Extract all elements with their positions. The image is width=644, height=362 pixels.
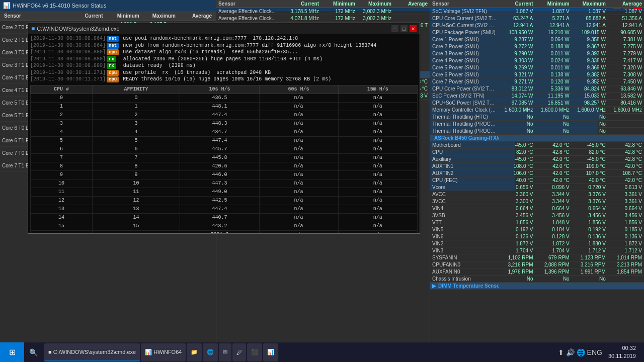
- table-row: 1010447.3n/an/a: [31, 179, 418, 188]
- right-sensor-table: SoC Voltage (SVI2 TFN) 1.087 V 1.087 V 1…: [430, 11, 644, 362]
- taskbar-item[interactable]: 🌐: [203, 343, 218, 361]
- hwinfo-title-icon: 📊: [3, 2, 11, 9]
- right-sensor-row: ▶ DIMM Temperature Sensor: [430, 283, 644, 290]
- mid-avg-clock-row: Average Effective Clock... 3,178.5 MHz 1…: [216, 11, 430, 15]
- taskbar-item[interactable]: ✉: [219, 343, 231, 361]
- right-sensor-row: CPU+SoC Current (SVI2 TFN) 12.941 A 12.9…: [430, 22, 644, 29]
- taskbar-item[interactable]: 📊: [263, 343, 278, 361]
- left-col-avg: Average: [179, 13, 214, 19]
- taskbar-tray: ⬆ 🔊 🌐 ENG 00:32 30.11.2019: [554, 344, 644, 360]
- right-sensor-row: SYSFANIN 1,102 RPM 679 RPM 1,123 RPM 1,0…: [430, 254, 644, 261]
- taskbar-search-button[interactable]: 🔍: [24, 342, 42, 363]
- table-row: 66445.7n/an/a: [31, 145, 418, 153]
- log-line: [2019-11-30 00:30:11.271]cpu READY threa…: [30, 76, 418, 83]
- table-row: 1111449.0n/an/a: [31, 188, 418, 196]
- tray-eng-label: ENG: [587, 348, 602, 356]
- mid-avg-clock-avg: [393, 11, 430, 12]
- right-sensor-row: Thermal Throttling (PROCH...) No No No: [430, 128, 644, 135]
- taskbar-item[interactable]: ■ C:\WINDOWS\system32\cmd.exe: [44, 343, 140, 361]
- table-row: 00436.5n/an/a: [31, 94, 418, 102]
- mid-avg-clock-min: 172 MHz: [321, 11, 357, 15]
- taskbar: ⊞ 🔍 ■ C:\WINDOWS\system32\cmd.exe📊 HWiNF…: [0, 342, 644, 362]
- right-sensor-row: CPU 82.0 °C 42.8 °C 82.0 °C 42.8 °C: [430, 149, 644, 156]
- cmd-maximize-button[interactable]: □: [400, 25, 408, 32]
- table-row: 44434.7n/an/a: [31, 128, 418, 136]
- tray-network-icon: 🌐: [577, 348, 585, 356]
- tray-volume-icon: 🔊: [566, 348, 575, 356]
- table-row: 1414440.7n/an/a: [31, 213, 418, 222]
- right-sensor-row: CPU Core Power (SVI2 TFN) 83.012 W 5.336…: [430, 85, 644, 93]
- right-sensor-row: Thermal Throttling (PROCH...) No No No: [430, 121, 644, 128]
- taskbar-item[interactable]: 🖊: [232, 343, 246, 361]
- right-sensor-row: Motherboard -45.0 °C 42.0 °C -45.0 °C 42…: [430, 142, 644, 149]
- right-sensor-panel: Sensor Current Minimum Maximum Average S…: [430, 11, 644, 362]
- left-col-max: Maximum: [142, 13, 178, 19]
- log-line: [2019-11-30 00:30:08.880]rx allocated 23…: [30, 56, 418, 63]
- taskbar-item[interactable]: 📊 HWiNFO64: [141, 343, 186, 361]
- right-sensor-row: Core 7 Power (SMU) 9.271 W 0.120 W 9.352…: [430, 78, 644, 85]
- tray-icons[interactable]: ⬆ 🔊 🌐 ENG: [558, 348, 602, 356]
- cmd-title-text: C:\WINDOWS\system32\cmd.exe: [37, 26, 389, 32]
- start-button[interactable]: ⊞: [0, 342, 24, 363]
- left-col-current: Current: [69, 13, 105, 19]
- middle-sensor-row: Average Effective Clock... 4,021.8 MHz 1…: [216, 15, 430, 22]
- right-sensor-row: Memory Controller Clock (U... 1,600.0 MH…: [430, 107, 644, 114]
- table-row: 55447.4n/an/a: [31, 136, 418, 145]
- cpu-table: CPU #AFFINITY10s H/s60s H/s15m H/s00436.…: [30, 85, 418, 234]
- right-sensor-row: Core 6 Power (SMU) 9.321 W 0.138 W 9.382…: [430, 71, 644, 78]
- cmd-titlebar: ■ C:\WINDOWS\system32\cmd.exe − □ ✕: [28, 23, 420, 34]
- log-line: [2019-11-30 00:30:08.880]rx dataset read…: [30, 62, 418, 69]
- table-row: 1515443.2n/an/a: [31, 222, 418, 230]
- right-sensor-row: Thermal Throttling (HTC) No No No: [430, 114, 644, 121]
- log-line: [2019-11-30 00:30:08.864]net new job fro…: [30, 42, 418, 49]
- right-sensor-row: AUXFANIN0 1,976 RPM 1,396 RPM 1,991 RPM …: [430, 268, 644, 276]
- clock-time: 00:32: [608, 344, 636, 352]
- right-sensor-row: SoC Power (SVI2 TFN) 14.074 W 11.195 W 1…: [430, 93, 644, 100]
- right-sensor-row: Chassis Intrusion No No No: [430, 276, 644, 283]
- left-panel-header: Sensor Current Minimum Maximum Average: [0, 11, 216, 21]
- table-row: 99446.0n/an/a: [31, 170, 418, 179]
- taskbar-clock[interactable]: 00:32 30.11.2019: [604, 344, 640, 360]
- mid-avg-clock-max: 3,002.3 MHz: [357, 11, 393, 15]
- table-row: 1212442.5n/an/a: [31, 196, 418, 205]
- cpu-affinity-table: CPU #AFFINITY10s H/s60s H/s15m H/s00436.…: [30, 85, 418, 234]
- right-sensor-row: CPU Package Power (SMU) 108.950 W 19.210…: [430, 29, 644, 36]
- mid-avg-clock-val: 3,178.5 MHz: [285, 11, 321, 15]
- mid-avg-clock-label: Average Effective Clock...: [216, 11, 285, 15]
- taskbar-item[interactable]: 📁: [187, 343, 202, 361]
- right-sensor-row: 3VCC 3.300 V 3.344 V 3.376 V 3.361 V: [430, 198, 644, 205]
- right-sensor-row: CPU+SoC Power (SVI2 TFN) 97.085 W 16.851…: [430, 100, 644, 107]
- right-sensor-row: AUXTIN1 108.0 °C 42.0 °C 109.0 °C 42.0 °…: [430, 163, 644, 170]
- right-sensor-row: Core 4 Power (SMU) 9.303 W 0.024 W 9.338…: [430, 57, 644, 64]
- taskbar-items: ■ C:\WINDOWS\system32\cmd.exe📊 HWiNFO64📁…: [42, 343, 554, 361]
- table-row: 88420.6n/an/a: [31, 162, 418, 170]
- right-sensor-row: Core 5 Power (SMU) 9.269 W 0.011 W 9.369…: [430, 64, 644, 71]
- right-sensor-row: VTT 1.856 V 1.848 V 1.856 V 1.856 V: [430, 219, 644, 226]
- log-line: [2019-11-30 00:30:08.864]net use pool ra…: [30, 35, 418, 42]
- right-sensor-row: 3VSB 3.456 V 3.456 V 3.456 V 3.456 V: [430, 212, 644, 219]
- table-row: 33448.3n/an/a: [31, 119, 418, 128]
- table-row: --7091.2n/an/a: [31, 230, 418, 233]
- right-sensor-row: CPU Core Current (SVI2 TFN) 63.247 A 5.2…: [430, 15, 644, 22]
- taskbar-item[interactable]: ⬛: [247, 343, 262, 361]
- right-sensor-row: VIN6 0.136 V 0.128 V 0.136 V 0.136 V: [430, 233, 644, 240]
- right-sensor-row: VIN2 1.872 V 1.872 V 1.880 V 1.872 V: [430, 240, 644, 247]
- table-row: 22447.4n/an/a: [31, 111, 418, 119]
- left-col-min: Minimum: [106, 13, 141, 19]
- right-sensor-row: SoC Voltage (SVI2 TFN) 1.087 V 1.087 V 1…: [430, 11, 644, 15]
- right-sensor-row: VIN3 1.704 V 1.704 V 1.712 V 1.712 V: [430, 247, 644, 254]
- table-row: 11448.1n/an/a: [31, 102, 418, 111]
- right-sensor-row: CPU (FEC) 40.0 °C 42.0 °C 40.0 °C 42.0 °…: [430, 177, 644, 184]
- clock-date: 30.11.2019: [608, 352, 636, 360]
- cmd-close-button[interactable]: ✕: [410, 25, 417, 32]
- right-sensor-row: AUXTIN2 106.0 °C 42.0 °C 107.0 °C 106.7 …: [430, 170, 644, 177]
- right-sensor-row: Core 1 Power (SMU) 9.287 W 0.064 W 9.358…: [430, 36, 644, 43]
- right-sensor-row: VIN5 0.192 V 0.184 V 0.192 V 0.185 V: [430, 226, 644, 233]
- right-sensor-row: VIN4 0.664 V 0.664 V 0.664 V 0.664 V: [430, 205, 644, 212]
- cmd-content[interactable]: [2019-11-30 00:30:08.864]net use pool ra…: [28, 34, 420, 233]
- cmd-minimize-button[interactable]: −: [391, 25, 398, 32]
- cmd-icon: ■: [31, 25, 35, 32]
- left-col-sensor: Sensor: [2, 13, 68, 19]
- right-sensor-row: ASRock B450 Gaming-ITX/a...: [430, 135, 644, 142]
- right-sensor-row: AVCC 3.360 V 3.344 V 3.376 V 3.361 V: [430, 191, 644, 198]
